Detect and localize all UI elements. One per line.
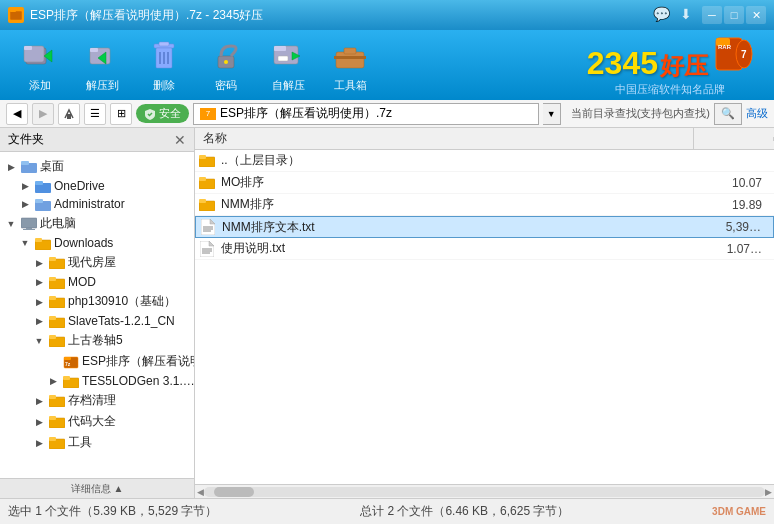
tree-label-gongju: 工具 bbox=[68, 434, 92, 451]
extract-button[interactable]: 解压到 bbox=[72, 34, 132, 96]
tree-item-php[interactable]: ▶ php130910（基础） bbox=[0, 291, 194, 312]
tree-item-shanggujuan[interactable]: ▼ 上古卷轴5 bbox=[0, 330, 194, 351]
back-button[interactable]: ◀ bbox=[6, 103, 28, 125]
esp-archive-icon: 7z bbox=[63, 355, 79, 369]
xiandai-icon bbox=[49, 256, 65, 269]
password-button[interactable]: 密码 bbox=[196, 34, 256, 96]
file-list[interactable]: ..（上层目录） MO排序 10.07 bbox=[195, 150, 774, 484]
minimize-button[interactable]: ─ bbox=[702, 6, 722, 24]
address-dropdown[interactable]: ▼ bbox=[543, 103, 561, 125]
tree-label-desktop: 桌面 bbox=[40, 158, 64, 175]
tree-item-thispc[interactable]: ▼ 此电脑 bbox=[0, 213, 194, 234]
selfextract-label: 自解压 bbox=[272, 78, 305, 93]
tree-container[interactable]: ▶ 桌面 ▶ OneDrive ▶ bbox=[0, 152, 194, 478]
tree-item-slave[interactable]: ▶ SlaveTats-1.2.1_CN bbox=[0, 312, 194, 330]
arrow-icon[interactable]: ⬇ bbox=[680, 6, 692, 24]
svg-rect-52 bbox=[64, 357, 71, 360]
forward-button[interactable]: ▶ bbox=[32, 103, 54, 125]
php-icon bbox=[49, 295, 65, 308]
scroll-left-btn[interactable]: ◀ bbox=[197, 487, 204, 497]
svg-rect-22 bbox=[344, 48, 356, 54]
advanced-button[interactable]: 高级 bbox=[746, 106, 768, 121]
tree-item-tes5[interactable]: ▶ TES5LODGen 3.1.… bbox=[0, 372, 194, 390]
brand-slogan: 中国压缩软件知名品牌 bbox=[615, 82, 725, 97]
onedrive-icon bbox=[35, 180, 51, 193]
tree-item-admin[interactable]: ▶ Administrator bbox=[0, 195, 194, 213]
tree-item-mod[interactable]: ▶ MOD bbox=[0, 273, 194, 291]
svg-rect-18 bbox=[274, 46, 286, 51]
tree-item-cuncang[interactable]: ▶ 存档清理 bbox=[0, 390, 194, 411]
toggle-downloads: ▼ bbox=[18, 236, 32, 250]
tree-item-downloads[interactable]: ▼ Downloads bbox=[0, 234, 194, 252]
svg-rect-48 bbox=[49, 316, 56, 320]
svg-rect-61 bbox=[49, 437, 56, 441]
scroll-thumb[interactable] bbox=[214, 487, 254, 497]
scroll-track[interactable] bbox=[204, 487, 765, 497]
add-label: 添加 bbox=[29, 78, 51, 93]
svg-rect-33 bbox=[35, 181, 43, 185]
search-button[interactable]: 🔍 bbox=[714, 103, 742, 125]
menu-button[interactable]: ☰ bbox=[84, 103, 106, 125]
svg-text:RAR: RAR bbox=[718, 44, 732, 50]
toggle-thispc: ▼ bbox=[4, 217, 18, 231]
close-button[interactable]: ✕ bbox=[746, 6, 766, 24]
col-header-size[interactable] bbox=[694, 137, 774, 141]
daimadaquan-icon bbox=[49, 415, 65, 428]
folder-nmm-icon bbox=[199, 197, 215, 213]
panel-close-button[interactable]: ✕ bbox=[174, 133, 186, 147]
brand-logo-icon: RAR 7 bbox=[714, 34, 754, 74]
svg-rect-40 bbox=[35, 238, 42, 242]
add-icon bbox=[22, 38, 58, 74]
detail-panel-toggle[interactable]: 详细信息 ▲ bbox=[0, 478, 194, 498]
file-row-shiyongmingshu[interactable]: 使用说明.txt 1.07… bbox=[195, 238, 774, 260]
file-size-mopaixu: 10.07 bbox=[690, 176, 770, 190]
tree-item-gongju[interactable]: ▶ 工具 bbox=[0, 432, 194, 453]
folder-tree-panel: 文件夹 ✕ ▶ 桌面 ▶ OneDrive bbox=[0, 128, 195, 498]
svg-rect-55 bbox=[63, 376, 70, 380]
svg-rect-31 bbox=[21, 161, 29, 165]
nav-bar: ◀ ▶ ☰ ⊞ 安全 7 ESP排序（解压看说明使用）.7z ▼ 当前目录查找(… bbox=[0, 100, 774, 128]
maximize-button[interactable]: □ bbox=[724, 6, 744, 24]
add-button[interactable]: 添加 bbox=[10, 34, 70, 96]
toolbar: 添加 解压到 删除 bbox=[0, 30, 774, 100]
file-row-parent[interactable]: ..（上层目录） bbox=[195, 150, 774, 172]
selfextract-button[interactable]: 自解压 bbox=[258, 34, 318, 96]
file-row-mopaixu[interactable]: MO排序 10.07 bbox=[195, 172, 774, 194]
address-bar[interactable]: 7 ESP排序（解压看说明使用）.7z bbox=[193, 103, 539, 125]
toggle-daimadaquan: ▶ bbox=[32, 415, 46, 429]
panel-header: 文件夹 ✕ bbox=[0, 128, 194, 152]
tree-item-esp[interactable]: 7z ESP排序（解压看说明 bbox=[0, 351, 194, 372]
file-size-shiyongmingshu: 1.07… bbox=[690, 242, 770, 256]
h-scrollbar[interactable]: ◀ ▶ bbox=[195, 484, 774, 498]
toggle-shanggujuan: ▼ bbox=[32, 334, 46, 348]
file-row-nmmpaixutxt[interactable]: NMM排序文本.txt 5,39… bbox=[195, 216, 774, 238]
toolbox-label: 工具箱 bbox=[334, 78, 367, 93]
file-name-nmmpaixu: NMM排序 bbox=[221, 196, 690, 213]
tree-item-desktop[interactable]: ▶ 桌面 bbox=[0, 156, 194, 177]
up-button[interactable] bbox=[58, 103, 80, 125]
scroll-right-btn[interactable]: ▶ bbox=[765, 487, 772, 497]
toolbox-button[interactable]: 工具箱 bbox=[320, 34, 380, 96]
folder-mo-icon bbox=[199, 175, 215, 191]
view-button[interactable]: ⊞ bbox=[110, 103, 132, 125]
window-controls: 💬 ⬇ ─ □ ✕ bbox=[653, 6, 766, 24]
extract-icon bbox=[84, 38, 120, 74]
tree-item-onedrive[interactable]: ▶ OneDrive bbox=[0, 177, 194, 195]
password-label: 密码 bbox=[215, 78, 237, 93]
chat-icon[interactable]: 💬 bbox=[653, 6, 670, 24]
svg-rect-44 bbox=[49, 277, 56, 281]
delete-label: 删除 bbox=[153, 78, 175, 93]
file-size-nmmpaixu: 19.89 bbox=[690, 198, 770, 212]
address-text: ESP排序（解压看说明使用）.7z bbox=[220, 105, 392, 122]
toggle-mod: ▶ bbox=[32, 275, 46, 289]
svg-rect-23 bbox=[334, 56, 366, 59]
delete-button[interactable]: 删除 bbox=[134, 34, 194, 96]
toggle-admin: ▶ bbox=[18, 197, 32, 211]
col-header-name[interactable]: 名称 bbox=[195, 128, 694, 149]
tree-item-xiandai[interactable]: ▶ 现代房屋 bbox=[0, 252, 194, 273]
file-row-nmmpaixu[interactable]: NMM排序 19.89 bbox=[195, 194, 774, 216]
tree-item-daimadaquan[interactable]: ▶ 代码大全 bbox=[0, 411, 194, 432]
main-content: 文件夹 ✕ ▶ 桌面 ▶ OneDrive bbox=[0, 128, 774, 498]
panel-title: 文件夹 bbox=[8, 131, 44, 148]
status-total: 总计 2 个文件（6.46 KB，6,625 字节） bbox=[360, 503, 569, 520]
